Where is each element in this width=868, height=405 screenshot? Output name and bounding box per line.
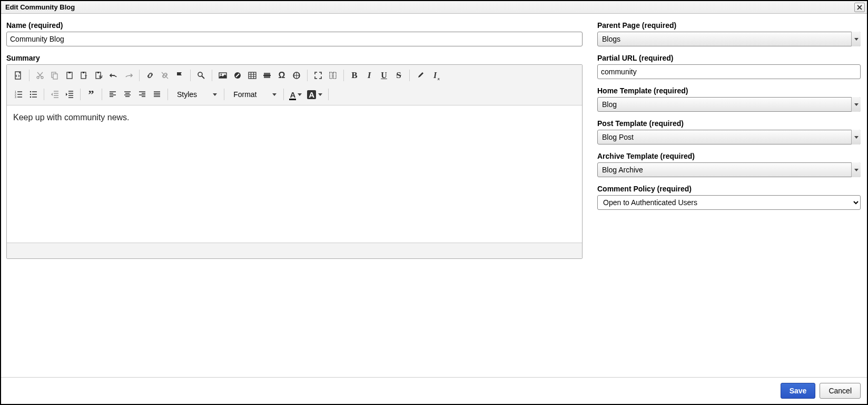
- svg-rect-6: [68, 72, 71, 73]
- anchor-button[interactable]: [172, 68, 187, 83]
- home-template-select[interactable]: Blog: [597, 97, 861, 112]
- undo-button[interactable]: [106, 68, 121, 83]
- horizontal-rule-button[interactable]: [260, 68, 274, 83]
- ordered-list-button[interactable]: 123: [11, 87, 26, 102]
- copy-format-button[interactable]: [413, 68, 428, 83]
- italic-button[interactable]: I: [362, 68, 377, 83]
- toolbar-row-1: T W: [11, 68, 578, 83]
- maximize-button[interactable]: [311, 68, 326, 83]
- source-button[interactable]: [11, 68, 26, 83]
- partial-url-label: Partial URL (required): [597, 54, 861, 62]
- italic-icon: I: [368, 70, 371, 81]
- rich-text-editor: T W: [6, 64, 583, 259]
- remove-format-button[interactable]: Ix: [428, 68, 442, 83]
- align-right-icon: [138, 90, 146, 99]
- unlink-button[interactable]: [157, 68, 172, 83]
- find-button[interactable]: [194, 68, 209, 83]
- left-column: Name (required) Summary: [6, 21, 583, 372]
- summary-field-block: Summary: [6, 54, 583, 259]
- image-button[interactable]: [215, 68, 230, 83]
- bold-button[interactable]: B: [347, 68, 362, 83]
- chevron-down-icon: [272, 93, 277, 96]
- outdent-icon: [51, 90, 59, 99]
- strike-button[interactable]: S: [391, 68, 406, 83]
- name-label: Name (required): [6, 21, 583, 30]
- show-blocks-button[interactable]: [326, 68, 340, 83]
- summary-text: Keep up with community news.: [13, 113, 130, 122]
- save-button[interactable]: Save: [781, 383, 816, 399]
- editor-body[interactable]: Keep up with community news.: [7, 105, 582, 243]
- paste-word-button[interactable]: W: [92, 68, 106, 83]
- redo-button[interactable]: [121, 68, 136, 83]
- globe-icon: [292, 71, 301, 80]
- embed-button[interactable]: [230, 68, 245, 83]
- svg-text:T: T: [85, 75, 87, 79]
- outdent-button[interactable]: [47, 87, 62, 102]
- partial-url-input[interactable]: [597, 64, 861, 79]
- paste-text-button[interactable]: T: [77, 68, 92, 83]
- ul-icon: [29, 90, 37, 99]
- blockquote-button[interactable]: ”: [84, 87, 98, 102]
- chevron-down-icon: [298, 93, 302, 96]
- link-button[interactable]: [143, 68, 157, 83]
- align-center-icon: [123, 90, 132, 99]
- parent-page-select[interactable]: Blogs: [597, 32, 861, 46]
- chevron-down-icon: [854, 136, 859, 139]
- toolbar-row-2: 123: [11, 87, 578, 102]
- archive-template-block: Archive Template (required) Blog Archive: [597, 152, 861, 177]
- archive-template-select[interactable]: Blog Archive: [597, 162, 861, 177]
- iframe-button[interactable]: [289, 68, 304, 83]
- indent-button[interactable]: [62, 87, 77, 102]
- separator: [29, 70, 29, 81]
- unordered-list-button[interactable]: [26, 87, 41, 102]
- styles-combo[interactable]: Styles: [171, 87, 221, 102]
- svg-rect-4: [53, 74, 57, 79]
- name-input[interactable]: [6, 32, 583, 46]
- text-color-button[interactable]: A: [287, 87, 304, 102]
- flag-icon: [175, 71, 184, 80]
- comment-policy-label: Comment Policy (required): [597, 185, 861, 193]
- quote-icon: ”: [88, 92, 94, 97]
- comment-policy-block: Comment Policy (required) Open to Authen…: [597, 185, 861, 210]
- strike-icon: S: [396, 70, 401, 81]
- home-template-value: Blog: [602, 100, 617, 109]
- align-center-button[interactable]: [120, 87, 135, 102]
- svg-text:W: W: [99, 75, 103, 79]
- format-combo[interactable]: Format: [228, 87, 280, 102]
- underline-icon: U: [381, 71, 387, 80]
- close-button[interactable]: [854, 3, 865, 12]
- format-combo-label: Format: [233, 90, 257, 99]
- right-column: Parent Page (required) Blogs Partial URL…: [597, 21, 861, 372]
- underline-button[interactable]: U: [377, 68, 391, 83]
- chevron-down-icon: [854, 169, 859, 171]
- svg-rect-17: [249, 72, 256, 79]
- cut-button[interactable]: [33, 68, 47, 83]
- paste-button[interactable]: [62, 68, 77, 83]
- comment-policy-select[interactable]: Open to Authenticated Users: [597, 195, 861, 210]
- text-color-icon: A: [290, 90, 295, 99]
- parent-page-value: Blogs: [602, 35, 620, 43]
- align-left-button[interactable]: [105, 87, 120, 102]
- styles-combo-label: Styles: [177, 90, 197, 99]
- undo-icon: [110, 71, 118, 80]
- home-template-label: Home Template (required): [597, 86, 861, 95]
- special-char-button[interactable]: Ω: [274, 68, 289, 83]
- svg-rect-11: [97, 72, 99, 73]
- align-justify-button[interactable]: [150, 87, 164, 102]
- chevron-down-icon: [318, 93, 322, 96]
- omega-icon: Ω: [279, 71, 285, 80]
- copy-button[interactable]: [47, 68, 62, 83]
- edit-blog-dialog: Edit Community Blog Name (required) Summ…: [1, 1, 867, 404]
- align-right-button[interactable]: [135, 87, 150, 102]
- dialog-content: Name (required) Summary: [1, 14, 867, 377]
- table-button[interactable]: [245, 68, 260, 83]
- svg-point-27: [30, 97, 32, 98]
- cancel-button[interactable]: Cancel: [820, 383, 861, 399]
- bg-color-button[interactable]: A: [304, 87, 325, 102]
- close-icon: [857, 5, 862, 10]
- unlink-icon: [161, 71, 169, 80]
- post-template-select[interactable]: Blog Post: [597, 130, 861, 144]
- titlebar: Edit Community Blog: [1, 1, 867, 14]
- bold-icon: B: [351, 70, 357, 81]
- separator: [102, 89, 102, 100]
